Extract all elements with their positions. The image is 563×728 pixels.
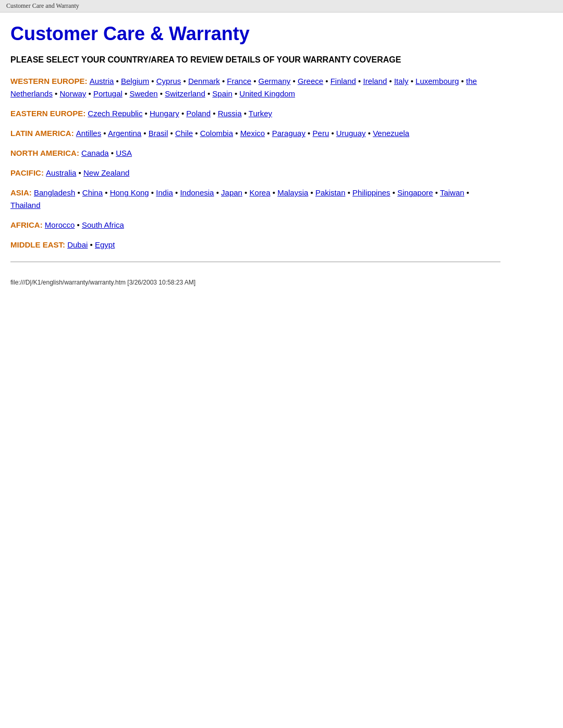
country-link-hong-kong[interactable]: Hong Kong <box>110 188 149 197</box>
region-label-north-america: NORTH AMERICA: <box>10 149 81 157</box>
country-link-france[interactable]: France <box>227 77 251 85</box>
country-link-denmark[interactable]: Denmark <box>188 77 220 85</box>
country-link-hungary[interactable]: Hungary <box>150 109 179 118</box>
footer-text: file:///D|/K1/english/warranty/warranty.… <box>10 279 195 286</box>
region-label-latin-america: LATIN AMERICA: <box>10 129 76 138</box>
country-link-singapore[interactable]: Singapore <box>397 188 433 197</box>
country-link-luxembourg[interactable]: Luxembourg <box>415 77 459 85</box>
region-north-america: NORTH AMERICA: Canada • USA <box>10 147 500 159</box>
region-label-middle-east: MIDDLE EAST: <box>10 240 67 249</box>
country-link-indonesia[interactable]: Indonesia <box>180 188 214 197</box>
country-link-uruguay[interactable]: Uruguay <box>336 129 366 138</box>
footer: file:///D|/K1/english/warranty/warranty.… <box>0 275 563 290</box>
region-label-africa: AFRICA: <box>10 220 45 229</box>
country-link-finland[interactable]: Finland <box>331 77 356 85</box>
region-label-pacific: PACIFIC: <box>10 168 46 177</box>
country-link-canada[interactable]: Canada <box>81 149 109 157</box>
region-label-eastern-europe: EASTERN EUROPE: <box>10 109 88 118</box>
country-link-korea[interactable]: Korea <box>250 188 271 197</box>
region-eastern-europe: EASTERN EUROPE: Czech Republic • Hungary… <box>10 107 500 120</box>
country-link-malaysia[interactable]: Malaysia <box>277 188 308 197</box>
region-label-western-europe: WESTERN EUROPE: <box>10 77 90 85</box>
country-link-new-zealand[interactable]: New Zealand <box>83 168 129 177</box>
separator <box>10 262 500 262</box>
country-link-austria[interactable]: Austria <box>90 77 114 85</box>
country-link-philippines[interactable]: Philippines <box>352 188 390 197</box>
country-link-thailand[interactable]: Thailand <box>10 201 41 209</box>
country-link-russia[interactable]: Russia <box>218 109 242 118</box>
country-link-sweden[interactable]: Sweden <box>129 89 157 98</box>
region-western-europe: WESTERN EUROPE: Austria • Belgium • Cypr… <box>10 75 500 100</box>
regions-container: WESTERN EUROPE: Austria • Belgium • Cypr… <box>10 75 500 251</box>
country-link-switzerland[interactable]: Switzerland <box>165 89 205 98</box>
country-link-mexico[interactable]: Mexico <box>240 129 265 138</box>
country-link-brasil[interactable]: Brasil <box>149 129 168 138</box>
country-link-portugal[interactable]: Portugal <box>93 89 123 98</box>
country-link-italy[interactable]: Italy <box>394 77 409 85</box>
region-latin-america: LATIN AMERICA: Antilles • Argentina • Br… <box>10 127 500 140</box>
country-link-czech-republic[interactable]: Czech Republic <box>88 109 142 118</box>
country-link-china[interactable]: China <box>82 188 103 197</box>
country-link-egypt[interactable]: Egypt <box>95 240 115 249</box>
country-link-paraguay[interactable]: Paraguay <box>272 129 305 138</box>
country-link-south-africa[interactable]: South Africa <box>82 220 124 229</box>
country-link-greece[interactable]: Greece <box>298 77 323 85</box>
country-link-colombia[interactable]: Colombia <box>200 129 233 138</box>
country-link-india[interactable]: India <box>156 188 173 197</box>
country-link-belgium[interactable]: Belgium <box>121 77 149 85</box>
country-link-peru[interactable]: Peru <box>313 129 329 138</box>
country-link-venezuela[interactable]: Venezuela <box>373 129 409 138</box>
region-pacific: PACIFIC: Australia • New Zealand <box>10 167 500 179</box>
country-link-argentina[interactable]: Argentina <box>108 129 141 138</box>
country-link-dubai[interactable]: Dubai <box>67 240 88 249</box>
page-title: Customer Care & Warranty <box>10 23 500 45</box>
tab-title: Customer Care and Warranty <box>6 2 79 9</box>
country-link-morocco[interactable]: Morocco <box>45 220 75 229</box>
country-link-bangladesh[interactable]: Bangladesh <box>34 188 75 197</box>
country-link-ireland[interactable]: Ireland <box>363 77 387 85</box>
country-link-japan[interactable]: Japan <box>221 188 242 197</box>
country-link-chile[interactable]: Chile <box>175 129 193 138</box>
region-africa: AFRICA: Morocco • South Africa <box>10 219 500 231</box>
country-link-norway[interactable]: Norway <box>59 89 86 98</box>
country-link-united-kingdom[interactable]: United Kingdom <box>239 89 295 98</box>
country-link-poland[interactable]: Poland <box>186 109 211 118</box>
region-label-asia: ASIA: <box>10 188 34 197</box>
country-link-spain[interactable]: Spain <box>212 89 232 98</box>
country-link-usa[interactable]: USA <box>116 149 132 157</box>
region-middle-east: MIDDLE EAST: Dubai • Egypt <box>10 239 500 251</box>
country-link-australia[interactable]: Australia <box>46 168 76 177</box>
country-link-germany[interactable]: Germany <box>259 77 291 85</box>
country-link-pakistan[interactable]: Pakistan <box>315 188 346 197</box>
main-content: Customer Care & Warranty PLEASE SELECT Y… <box>0 13 511 275</box>
browser-tab: Customer Care and Warranty <box>0 0 563 13</box>
page-subtitle: PLEASE SELECT YOUR COUNTRY/AREA TO REVIE… <box>10 54 500 66</box>
region-asia: ASIA: Bangladesh • China • Hong Kong • I… <box>10 187 500 212</box>
country-link-antilles[interactable]: Antilles <box>76 129 101 138</box>
country-link-cyprus[interactable]: Cyprus <box>156 77 181 85</box>
country-link-turkey[interactable]: Turkey <box>249 109 272 118</box>
country-link-taiwan[interactable]: Taiwan <box>440 188 464 197</box>
